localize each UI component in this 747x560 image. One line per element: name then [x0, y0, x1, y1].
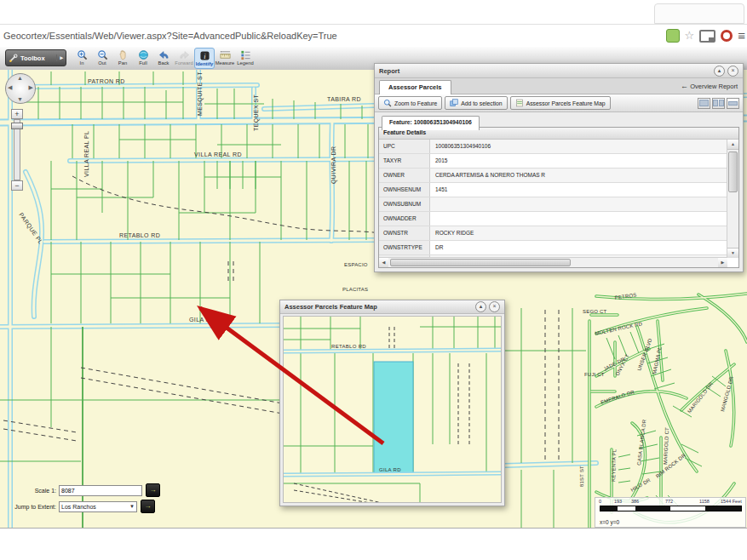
toolbox-expand-icon: ▸	[56, 54, 63, 61]
scroll-thumb[interactable]	[390, 259, 571, 266]
full-extent-button[interactable]: Full	[133, 48, 153, 69]
jump-go-button[interactable]: →	[141, 500, 155, 513]
pan-button[interactable]: Pan	[112, 48, 133, 69]
forward-button[interactable]: Forward	[174, 48, 194, 69]
vertical-scrollbar[interactable]: ▲ ▼	[727, 140, 738, 258]
report-panel: Report ▴ × Assessor Parcels ← Overview R…	[374, 63, 744, 272]
url-bar[interactable]: Geocortex/Essentials/Web/Viewer.aspx?Sit…	[3, 29, 600, 43]
tab-assessor-parcels[interactable]: Assessor Parcels	[379, 80, 451, 94]
popup-map[interactable]: RETABLO RD GILA RD	[283, 316, 502, 503]
popup-label-retablo-rd: RETABLO RD	[331, 344, 366, 349]
identify-button[interactable]: i Identify	[194, 48, 215, 69]
screen-share-icon[interactable]	[699, 30, 715, 43]
table-row: OWNSTRTYPEDR	[379, 241, 727, 255]
table-row: UPC100806351304940106	[379, 140, 727, 154]
zoom-to-feature-button[interactable]: Zoom to Feature	[378, 96, 442, 110]
pan-hand-icon	[118, 49, 129, 60]
map-bottom-controls: Scale 1: → Jump to Extent: Los Ranchos ▼…	[0, 483, 160, 516]
scroll-left-icon[interactable]: ◀	[379, 258, 388, 267]
scale-bar-ticks: 0 193 386 772 1158 1544 Feet	[595, 498, 745, 506]
report-view-toggle-2[interactable]	[712, 98, 725, 109]
bookmark-star-icon[interactable]: ☆	[685, 30, 695, 42]
measure-button[interactable]: Measure	[215, 48, 235, 69]
label-patron-rd: PATRON RD	[88, 78, 125, 84]
zoom-out-icon	[97, 49, 108, 60]
label-marigold-ct: MARIGOLD CT	[663, 427, 669, 465]
back-button[interactable]: Back	[153, 48, 174, 69]
measure-ruler-icon	[220, 49, 231, 60]
report-view-toggle-1[interactable]	[698, 98, 710, 109]
pan-east-icon[interactable]: ▶	[29, 84, 33, 91]
report-view-toggle-3[interactable]	[727, 98, 739, 109]
collapse-icon[interactable]: ▴	[475, 301, 486, 312]
pan-west-icon[interactable]: ◀	[8, 84, 12, 91]
table-row: OWNSTRROCKY RIDGE	[379, 226, 727, 241]
scale-input[interactable]	[59, 485, 142, 496]
table-row: OWNHSENUM1451	[379, 183, 727, 197]
label-fuji-ct: FUJI CT	[584, 372, 605, 377]
zoom-plus-button[interactable]: +	[11, 109, 23, 119]
legend-button[interactable]: Legend	[235, 48, 256, 69]
extension-icon[interactable]	[666, 29, 680, 43]
address-bar-row: Geocortex/Essentials/Web/Viewer.aspx?Sit…	[0, 24, 747, 48]
zoom-track[interactable]	[14, 119, 20, 180]
collapse-icon[interactable]: ▴	[714, 66, 725, 77]
scroll-down-icon[interactable]: ▼	[727, 248, 738, 258]
scroll-thumb[interactable]	[728, 151, 738, 192]
toolbox-button[interactable]: Toolbox ▸	[5, 49, 66, 66]
assessor-parcels-feature-map-button[interactable]: Assessor Parcels Feature Map	[510, 96, 611, 110]
scroll-right-icon[interactable]: ▶	[718, 258, 727, 267]
identify-info-icon: i	[199, 49, 210, 61]
horizontal-scrollbar[interactable]: ◀ ▶	[379, 257, 727, 267]
record-icon[interactable]	[721, 30, 733, 42]
overview-report-link[interactable]: ← Overview Report	[681, 82, 738, 90]
pan-north-icon[interactable]: ▲	[17, 75, 23, 81]
scroll-up-icon[interactable]: ▲	[727, 140, 738, 150]
report-title-bar[interactable]: Report ▴ ×	[375, 64, 743, 78]
legend-list-icon	[240, 49, 251, 60]
forward-arrow-icon	[179, 49, 190, 60]
label-mesquite-st: MESQUITE ST	[197, 71, 204, 116]
label-quivira-dr: QUIVIRA DR	[330, 146, 337, 184]
add-to-selection-button[interactable]: Add to selection	[445, 96, 507, 110]
magnifier-icon	[383, 99, 392, 107]
label-sego-ct: SEGO CT	[583, 309, 607, 314]
zoom-slider[interactable]: + −	[11, 109, 23, 191]
jump-to-extent-label: Jump to Extent:	[0, 504, 59, 510]
browser-tab[interactable]	[654, 3, 744, 24]
zoom-thumb[interactable]	[11, 123, 23, 129]
toolbox-wrench-icon	[9, 54, 18, 63]
label-marigold-dr: MARIGOLD DR	[687, 380, 714, 414]
label-tabira-rd: TABIRA RD	[327, 96, 361, 102]
feature-map-popup: Assessor Parcels Feature Map ▴ ×	[279, 300, 505, 506]
label-81st-st: 81ST ST	[579, 466, 584, 487]
toolbox-label: Toolbox	[20, 54, 45, 62]
popup-map-canvas: RETABLO RD GILA RD	[284, 317, 502, 503]
close-icon[interactable]: ×	[727, 66, 738, 77]
report-actionbar: Zoom to Feature Add to selection Assesso…	[375, 94, 743, 112]
label-villa-real-rd: VILLA REAL RD	[194, 151, 242, 157]
highlighted-parcel[interactable]	[374, 362, 413, 473]
browser-menu-icon[interactable]: ≡	[738, 30, 745, 42]
feature-tab[interactable]: Feature: 100806351304940106	[382, 116, 480, 130]
label-villa-real-pl: VILLA REAL PL	[83, 131, 89, 177]
close-icon[interactable]: ×	[489, 301, 500, 312]
browser-chrome	[0, 0, 747, 24]
table-row: OWNSUBNUM	[379, 197, 727, 212]
label-gila-rd: GILA RD	[189, 317, 215, 323]
scale-go-button[interactable]: →	[146, 483, 160, 497]
feature-details-container: Feature Details UPC100806351304940106 TA…	[378, 127, 739, 268]
zoom-minus-button[interactable]: −	[11, 180, 23, 191]
table-row: OWNADDER	[379, 212, 727, 226]
zoom-out-button[interactable]: Out	[92, 48, 112, 69]
pan-south-icon[interactable]: ▼	[17, 96, 23, 102]
back-arrow-icon: ←	[681, 82, 688, 90]
table-row: OWNERCERDA ARTEMISA & NORERO THOMAS R	[379, 169, 727, 183]
zoom-in-button[interactable]: In	[72, 48, 92, 69]
popup-title-bar[interactable]: Assessor Parcels Feature Map ▴ ×	[280, 300, 504, 314]
pan-compass[interactable]: ▲ ▼ ◀ ▶	[5, 73, 36, 104]
jump-to-extent-select[interactable]: Los Ranchos ▼	[59, 501, 137, 512]
scale-label: Scale 1:	[0, 488, 59, 494]
label-placitas: PLACITAS	[342, 287, 368, 292]
report-tabstrip: Assessor Parcels ← Overview Report	[375, 78, 743, 94]
